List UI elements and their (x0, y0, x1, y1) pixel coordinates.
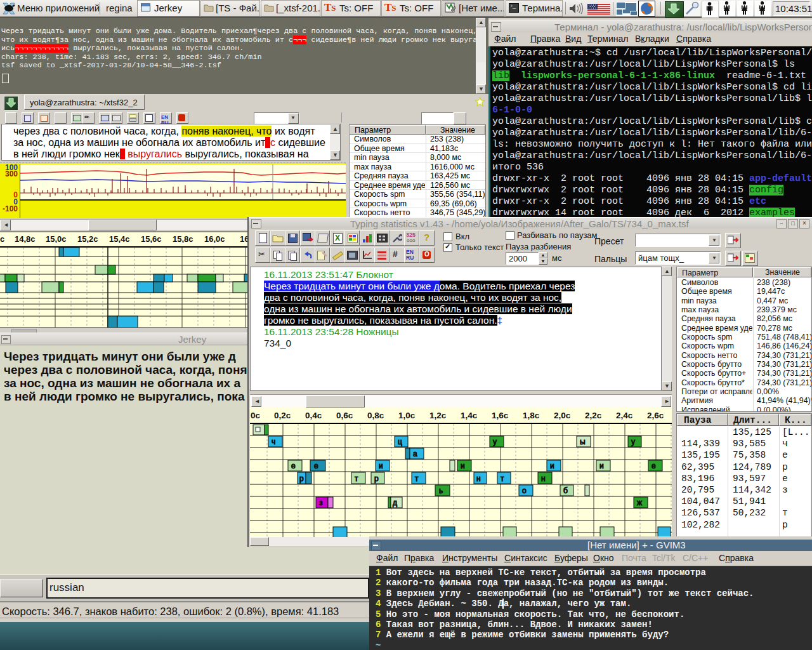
svg-text:е: е (291, 461, 296, 470)
svg-text:ы: ы (580, 437, 586, 446)
svg-text:ь: ь (439, 486, 443, 495)
svg-text:у: у (631, 437, 635, 446)
svg-text:и: и (599, 461, 604, 470)
svg-text:ж: ж (637, 498, 642, 507)
svg-text:ц: ц (398, 437, 402, 446)
svg-text:а: а (413, 449, 417, 458)
svg-text:ч: ч (272, 437, 275, 446)
svg-text:т: т (501, 474, 504, 483)
svg-text:т: т (415, 474, 419, 483)
svg-text:и: и (379, 461, 383, 470)
svg-text:з: з (319, 498, 323, 507)
svg-text:д: д (393, 498, 397, 507)
svg-text:и: и (550, 461, 554, 470)
svg-text:н: н (541, 474, 546, 483)
svg-text:у: у (493, 437, 497, 446)
svg-text:о: о (522, 486, 527, 495)
svg-text:и: и (461, 461, 465, 470)
svg-text:е: е (652, 461, 656, 470)
svg-text:н: н (476, 474, 481, 483)
svg-text:р: р (299, 474, 304, 483)
svg-text:р: р (374, 474, 379, 483)
svg-text:б: б (563, 486, 568, 495)
svg-text:е: е (314, 461, 318, 470)
svg-text:т: т (355, 474, 358, 483)
